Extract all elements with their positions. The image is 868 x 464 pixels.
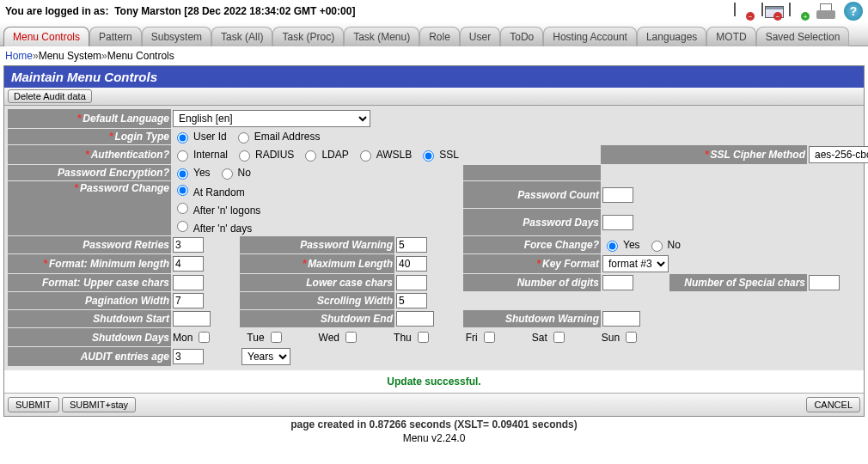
day-mon[interactable]: Mon	[173, 329, 212, 345]
lbl-special: Number of Special chars	[684, 277, 805, 289]
lbl-pwd-warning: Password Warning	[300, 239, 393, 251]
lbl-max-len: Maximum Length	[308, 258, 393, 270]
tab-subsystem[interactable]: Subsystem	[142, 27, 211, 46]
force-no[interactable]: No	[647, 238, 681, 252]
shutdown-start-input[interactable]	[173, 311, 211, 327]
lbl-login-type: Login Type	[114, 131, 169, 143]
cancel-button[interactable]: CANCEL	[806, 397, 860, 412]
auth-internal[interactable]: Internal	[173, 148, 228, 162]
special-input[interactable]	[809, 275, 840, 290]
footer-timing: page created in 0.87266 seconds (XSLT= 0…	[0, 417, 868, 432]
crumb-home[interactable]: Home	[5, 50, 33, 62]
max-length-input[interactable]	[396, 256, 427, 272]
lower-input[interactable]	[396, 275, 427, 290]
lbl-pwd-count: Password Count	[517, 189, 599, 201]
lbl-pagination: Pagination Width	[85, 295, 169, 307]
print-icon[interactable]	[816, 3, 835, 19]
lbl-fmt-min: Format: Minimum length	[49, 258, 169, 270]
password-count-input[interactable]	[602, 187, 633, 203]
ssl-cipher-select[interactable]: aes-256-cbc	[809, 146, 868, 163]
breadcrumb: Home»Menu System»Menu Controls	[0, 46, 868, 65]
lbl-scrolling: Scrolling Width	[317, 295, 393, 307]
crumb-leaf: Menu Controls	[107, 50, 174, 62]
lbl-shut-start: Shutdown Start	[93, 313, 169, 325]
delete-audit-button[interactable]: Delete Audit data	[8, 89, 92, 103]
login-line: You are logged in as: Tony Marston [28 D…	[5, 5, 355, 17]
scrolling-input[interactable]	[396, 293, 427, 308]
tab-hosting[interactable]: Hosting Account	[543, 27, 637, 46]
digits-input[interactable]	[602, 275, 633, 290]
status-message: Update successful.	[4, 370, 864, 393]
page-title: Maintain Menu Controls	[4, 66, 864, 88]
lbl-ssl-cipher: SSL Cipher Method	[711, 149, 805, 161]
lbl-digits: Number of digits	[517, 277, 599, 289]
lbl-pwd-retries: Password Retries	[83, 239, 169, 251]
lbl-pwd-enc: Password Encryption?	[58, 167, 169, 179]
pagination-input[interactable]	[173, 293, 204, 308]
pwd-change-random[interactable]: At Random	[173, 182, 462, 198]
auth-ldap[interactable]: LDAP	[301, 148, 348, 162]
tab-role[interactable]: Role	[419, 27, 460, 46]
tab-saved-selection[interactable]: Saved Selection	[756, 27, 850, 46]
window-close-icon[interactable]: −	[734, 3, 753, 19]
key-format-select[interactable]: format #3	[602, 255, 669, 272]
day-thu[interactable]: Thu	[394, 329, 431, 345]
lbl-fmt-upper: Format: Upper case chars	[42, 277, 169, 289]
tab-pattern[interactable]: Pattern	[89, 27, 142, 46]
lbl-audit-age: AUDIT entries age	[81, 351, 169, 363]
auth-radius[interactable]: RADIUS	[235, 148, 294, 162]
password-warning-input[interactable]	[396, 237, 427, 253]
day-tue[interactable]: Tue	[247, 329, 284, 345]
nav-tabs: Menu Controls Pattern Subsystem Task (Al…	[0, 22, 868, 46]
tab-task-all[interactable]: Task (All)	[211, 27, 272, 46]
lbl-lower: Lower case chars	[306, 277, 393, 289]
pwd-change-days[interactable]: After 'n' days	[173, 218, 462, 235]
auth-ssl[interactable]: SSL	[419, 148, 459, 162]
login-type-user[interactable]: User Id	[173, 130, 227, 143]
lbl-key-format: Key Format	[542, 258, 599, 270]
tab-user[interactable]: User	[460, 27, 500, 46]
tab-motd[interactable]: MOTD	[706, 27, 755, 46]
lbl-pwd-days: Password Days	[523, 217, 599, 229]
force-yes[interactable]: Yes	[602, 238, 640, 252]
pwd-enc-no[interactable]: No	[217, 166, 251, 180]
shutdown-warn-input[interactable]	[602, 311, 640, 327]
auth-awslb[interactable]: AWSLB	[356, 148, 413, 162]
day-sat[interactable]: Sat	[532, 329, 567, 345]
day-sun[interactable]: Sun	[602, 329, 639, 345]
default-language-select[interactable]: English [en]	[173, 110, 370, 127]
lbl-shut-warn: Shutdown Warning	[505, 313, 599, 325]
help-icon[interactable]: ?	[844, 2, 863, 21]
tab-languages[interactable]: Languages	[637, 27, 706, 46]
day-wed[interactable]: Wed	[319, 329, 359, 345]
tab-task-menu[interactable]: Task (Menu)	[344, 27, 419, 46]
lbl-force-change: Force Change?	[524, 239, 599, 251]
lbl-shut-end: Shutdown End	[321, 313, 393, 325]
lbl-pwd-change: Password Change	[80, 182, 169, 194]
crumb-mid: Menu System	[39, 50, 101, 62]
lbl-authentication: Authentication?	[91, 149, 169, 161]
audit-unit-select[interactable]: Years	[241, 348, 290, 365]
pwd-enc-yes[interactable]: Yes	[173, 166, 211, 180]
day-fri[interactable]: Fri	[466, 329, 498, 345]
shutdown-end-input[interactable]	[396, 311, 434, 327]
pwd-change-logons[interactable]: After 'n' logons	[173, 200, 462, 217]
upper-input[interactable]	[173, 275, 204, 290]
lbl-default-language: Default Language	[83, 113, 169, 125]
password-days-input[interactable]	[602, 215, 633, 230]
login-type-email[interactable]: Email Address	[234, 130, 321, 143]
audit-age-input[interactable]	[173, 349, 204, 364]
lbl-shut-days: Shutdown Days	[92, 332, 169, 344]
header-icons: − − + ?	[734, 2, 863, 21]
password-retries-input[interactable]	[173, 237, 204, 253]
close-all-icon[interactable]: −	[761, 3, 780, 19]
format-min-input[interactable]	[173, 256, 204, 272]
tab-task-proc[interactable]: Task (Proc)	[272, 27, 344, 46]
tab-menu-controls[interactable]: Menu Controls	[3, 27, 89, 46]
submit-button[interactable]: SUBMIT	[8, 397, 59, 412]
footer-version: Menu v2.24.0	[0, 432, 868, 448]
page-frame: Maintain Menu Controls Delete Audit data…	[3, 65, 865, 417]
tab-todo[interactable]: ToDo	[500, 27, 543, 46]
submit-stay-button[interactable]: SUBMIT+stay	[62, 397, 136, 412]
window-new-icon[interactable]: +	[789, 3, 808, 19]
